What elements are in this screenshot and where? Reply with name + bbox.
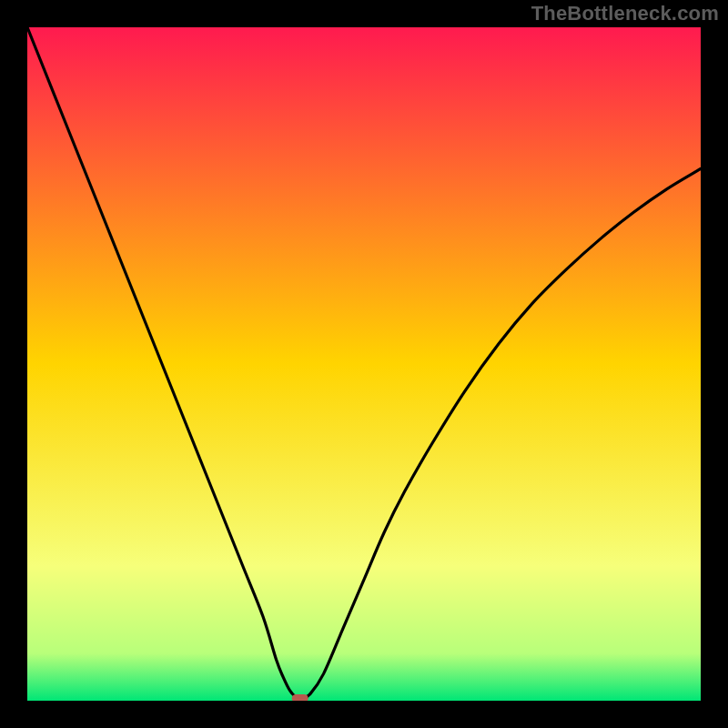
watermark-text: TheBottleneck.com	[531, 2, 719, 25]
plot-background	[27, 27, 701, 701]
chart-frame: { "watermark": "TheBottleneck.com", "col…	[0, 0, 728, 728]
chart-svg	[0, 0, 728, 728]
